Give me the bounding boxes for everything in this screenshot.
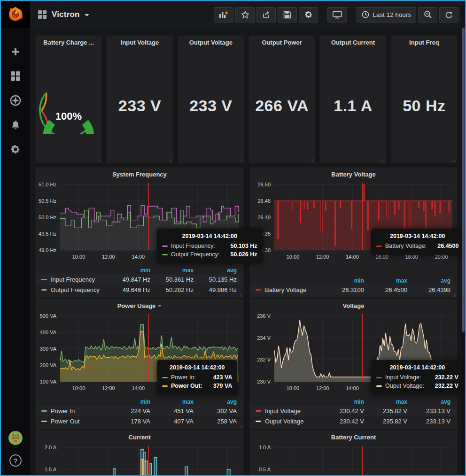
- chart-legend: minmaxavgBattery Voltage26.310026.450026…: [250, 276, 457, 298]
- legend-row[interactable]: Output Frequency49.646 Hz50.282 Hz49.986…: [36, 284, 243, 295]
- dashboard-grid-icon[interactable]: [38, 10, 47, 19]
- add-panel-button[interactable]: [214, 7, 233, 23]
- legend-row[interactable]: Ouput Voltage230.42 V235.82 V233.13 V: [250, 416, 457, 426]
- dashboard-settings-button[interactable]: [299, 7, 318, 23]
- series-color-swatch[interactable]: [256, 410, 261, 412]
- legend-col-avg[interactable]: avg: [194, 399, 237, 405]
- chart-plot[interactable]: 1.0 A0.5 A: [250, 444, 457, 475]
- save-dashboard-button[interactable]: [278, 7, 297, 23]
- tooltip-series-value: 26.4500: [430, 243, 458, 249]
- graph-tooltip: 2019-03-14 14:42:00Input Frequency:50.10…: [157, 229, 263, 263]
- time-range-button[interactable]: Last 12 hours: [357, 7, 416, 23]
- panel-title[interactable]: Input Voltage: [107, 36, 172, 49]
- share-dashboard-button[interactable]: [256, 7, 276, 23]
- dashboard-title[interactable]: Victron: [52, 10, 80, 19]
- panel-title[interactable]: System Frequency: [36, 168, 243, 181]
- panel-title[interactable]: Current: [36, 430, 243, 444]
- help-icon[interactable]: ?: [9, 454, 22, 467]
- explore-compass-icon[interactable]: [9, 94, 22, 107]
- configuration-gear-icon[interactable]: [9, 143, 22, 156]
- series-name[interactable]: Input Frequency: [51, 276, 95, 283]
- svg-text:236 V: 236 V: [257, 313, 271, 319]
- tooltip-series-value: 50.026 Hz: [223, 251, 257, 258]
- legend-col-max[interactable]: max: [150, 399, 194, 405]
- svg-text:49.0 Hz: 49.0 Hz: [39, 247, 56, 253]
- legend-col-avg[interactable]: avg: [194, 267, 237, 274]
- series-name[interactable]: Output Frequency: [51, 286, 100, 293]
- panel-title[interactable]: Battery Voltage: [250, 168, 457, 181]
- series-color-swatch: [376, 377, 382, 378]
- svg-text:200 VA: 200 VA: [40, 362, 57, 368]
- legend-col-max[interactable]: max: [364, 277, 407, 284]
- panel-title[interactable]: Power Usage: [36, 299, 243, 312]
- series-name[interactable]: Ouput Voltage: [265, 418, 303, 425]
- series-stat-value: 407 VA: [150, 418, 194, 425]
- series-color-swatch[interactable]: [256, 289, 261, 291]
- legend-col-min[interactable]: min: [321, 399, 364, 405]
- tv-mode-button[interactable]: [327, 7, 347, 23]
- legend-stats-header: minmaxavg: [36, 398, 243, 406]
- svg-text:12:00: 12:00: [316, 385, 329, 391]
- legend-row[interactable]: Input Voltage230.42 V235.82 V233.13 V: [250, 406, 457, 416]
- panel-menu-caret[interactable]: [158, 305, 162, 307]
- alerting-bell-icon[interactable]: [9, 118, 22, 131]
- panel-title[interactable]: Output Power: [249, 36, 315, 49]
- legend-col-avg[interactable]: avg: [407, 399, 450, 405]
- chart-area[interactable]: 2.0 A1.5 A: [36, 444, 243, 475]
- user-avatar[interactable]: [8, 431, 23, 447]
- legend-col-max[interactable]: max: [364, 399, 407, 405]
- refresh-icon: [445, 11, 453, 19]
- grafana-logo[interactable]: [1, 1, 30, 28]
- panel-title[interactable]: Input Freq: [391, 36, 457, 49]
- star-dashboard-button[interactable]: [235, 7, 255, 23]
- tooltip-series-row: Input Voltage:232.22 V: [376, 374, 458, 381]
- grafana-flame-icon: [6, 5, 25, 24]
- dashboards-grid-icon[interactable]: [9, 69, 22, 83]
- panel-title[interactable]: Voltage: [250, 299, 457, 312]
- chart-plot[interactable]: 2.0 A1.5 A: [36, 444, 243, 475]
- svg-text:234 V: 234 V: [257, 335, 271, 341]
- series-name[interactable]: Power In: [51, 407, 75, 415]
- panel-title[interactable]: Battery Current: [250, 430, 457, 444]
- refresh-button[interactable]: [439, 7, 458, 23]
- legend-col-min[interactable]: min: [321, 277, 364, 284]
- tooltip-series-label: Input Voltage:: [385, 374, 421, 381]
- series-color-swatch[interactable]: [41, 410, 47, 412]
- sidebar: ?: [1, 1, 30, 475]
- zoom-out-button[interactable]: [418, 7, 437, 23]
- series-stat-value: 50.135 Hz: [194, 276, 237, 283]
- legend-col-min[interactable]: min: [107, 267, 150, 274]
- panel-title[interactable]: Output Current: [320, 36, 386, 49]
- series-color-swatch[interactable]: [41, 289, 47, 291]
- series-color-swatch[interactable]: [41, 421, 47, 422]
- series-color-swatch: [376, 246, 382, 247]
- series-stat-value: 26.4398: [407, 286, 450, 293]
- series-name[interactable]: Power Out: [51, 418, 79, 425]
- series-color-swatch[interactable]: [41, 279, 47, 280]
- legend-col-min[interactable]: min: [107, 399, 150, 405]
- legend-col-max[interactable]: max: [150, 267, 194, 274]
- tooltip-series-label: Power In:: [171, 374, 196, 381]
- svg-text:0.5 A: 0.5 A: [259, 467, 271, 472]
- legend-row[interactable]: Battery Voltage26.310026.450026.4398: [250, 284, 457, 295]
- svg-text:10:00: 10:00: [287, 385, 300, 391]
- panel-title[interactable]: Output Voltage: [178, 36, 244, 49]
- series-name[interactable]: Battery Voltage: [265, 286, 306, 293]
- tooltip-timestamp: 2019-03-14 14:42:00: [162, 233, 257, 239]
- create-plus-icon[interactable]: [9, 45, 22, 58]
- legend-row[interactable]: Power In224 VA451 VA302 VA: [36, 406, 243, 416]
- series-name[interactable]: Input Voltage: [265, 407, 301, 415]
- legend-row[interactable]: Power Out178 VA407 VA258 VA: [36, 416, 243, 426]
- dashboard-dropdown-caret[interactable]: [85, 14, 89, 16]
- legend-stats-header: minmaxavg: [250, 276, 457, 284]
- svg-text:300 VA: 300 VA: [40, 346, 57, 352]
- svg-text:50.0 Hz: 50.0 Hz: [39, 215, 56, 220]
- series-color-swatch[interactable]: [256, 421, 261, 422]
- scrollbar-thumb[interactable]: [462, 28, 465, 332]
- svg-text:400 VA: 400 VA: [40, 330, 57, 335]
- chart-area[interactable]: 1.0 A0.5 A: [250, 444, 457, 475]
- panel-title[interactable]: Battery Charge ...: [36, 36, 101, 49]
- legend-col-avg[interactable]: avg: [407, 277, 450, 284]
- page-scrollbar[interactable]: [461, 1, 465, 475]
- legend-row[interactable]: Input Frequency49.847 Hz50.361 Hz50.135 …: [36, 274, 243, 284]
